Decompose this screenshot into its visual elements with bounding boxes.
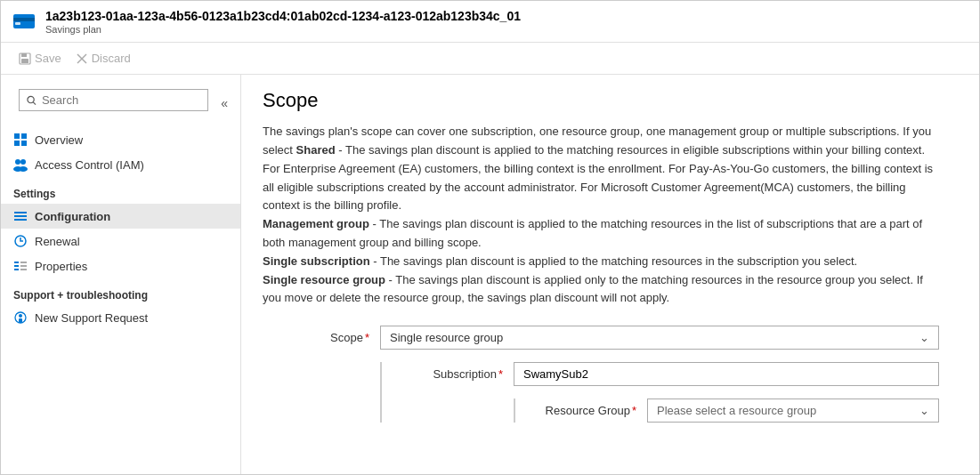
main-content: Scope The savings plan's scope can cover… — [241, 75, 979, 474]
svg-rect-30 — [19, 318, 22, 323]
single-subscription-term: Single subscription — [263, 254, 370, 268]
single-resource-group-term: Single resource group — [263, 273, 385, 286]
scope-form: Scope* Single resource group ⌄ Subscript… — [263, 326, 939, 423]
svg-rect-4 — [21, 53, 27, 57]
subscription-row: Subscription* — [396, 362, 939, 386]
svg-point-17 — [19, 166, 28, 172]
sidebar-item-iam-label: Access Control (IAM) — [35, 158, 144, 172]
svg-rect-23 — [14, 265, 19, 267]
scope-field-label: Scope* — [263, 331, 369, 344]
page-header: 1a23b123-01aa-123a-4b56-0123a1b23cd4:01a… — [1, 1, 979, 43]
header-text-block: 1a23b123-01aa-123a-4b56-0123a1b23cd4:01a… — [45, 8, 521, 35]
scope-description: The savings plan's scope can cover one s… — [263, 123, 939, 308]
shared-term: Shared — [296, 143, 336, 157]
discard-icon — [76, 52, 88, 65]
sidebar-item-renewal[interactable]: Renewal — [1, 229, 240, 254]
sidebar-item-configuration[interactable]: Configuration — [1, 204, 240, 229]
collapse-sidebar-button[interactable]: « — [217, 94, 231, 112]
overview-icon — [13, 133, 28, 147]
search-icon — [27, 95, 36, 106]
toolbar: Save Discard — [1, 43, 979, 75]
svg-point-8 — [28, 96, 34, 102]
sidebar-item-configuration-label: Configuration — [35, 210, 110, 223]
sidebar-item-properties[interactable]: Properties — [1, 254, 240, 278]
settings-section-label: Settings — [1, 177, 240, 204]
svg-rect-26 — [20, 265, 27, 267]
sidebar-item-access-control[interactable]: Access Control (IAM) — [1, 152, 240, 177]
resource-group-placeholder: Please select a resource group — [657, 404, 816, 417]
sidebar: « Overview Acces — [1, 75, 241, 474]
properties-icon — [13, 259, 28, 273]
svg-rect-22 — [14, 262, 19, 263]
scope-row: Scope* Single resource group ⌄ — [263, 326, 939, 350]
svg-rect-13 — [21, 141, 27, 146]
svg-rect-10 — [14, 133, 20, 139]
subscription-input[interactable] — [514, 362, 939, 386]
content-title: Scope — [263, 89, 958, 112]
scope-chevron-icon: ⌄ — [919, 331, 929, 344]
sidebar-item-renewal-label: Renewal — [35, 235, 80, 248]
svg-rect-5 — [21, 59, 28, 63]
renewal-icon — [13, 234, 28, 248]
people-icon — [13, 157, 28, 172]
svg-point-15 — [20, 159, 26, 165]
savings-plan-icon — [12, 9, 36, 34]
svg-rect-1 — [13, 18, 35, 21]
support-icon — [13, 310, 28, 325]
svg-rect-27 — [20, 269, 27, 270]
save-icon — [19, 52, 31, 65]
scope-dropdown[interactable]: Single resource group ⌄ — [380, 326, 939, 350]
svg-rect-24 — [14, 269, 19, 270]
discard-button[interactable]: Discard — [69, 48, 138, 68]
svg-rect-20 — [14, 219, 27, 221]
resource-group-field-label: Resource Group* — [530, 404, 636, 417]
sidebar-item-properties-label: Properties — [35, 260, 87, 273]
sidebar-item-new-support-label: New Support Request — [35, 311, 148, 325]
svg-rect-11 — [21, 133, 27, 139]
resource-group-row: Resource Group* Please select a resource… — [530, 399, 939, 423]
search-input[interactable] — [42, 93, 200, 107]
svg-point-14 — [15, 159, 20, 165]
resource-group-dropdown[interactable]: Please select a resource group ⌄ — [647, 399, 939, 423]
svg-line-9 — [33, 102, 36, 105]
svg-rect-25 — [20, 262, 27, 263]
page-title: 1a23b123-01aa-123a-4b56-0123a1b23cd4:01a… — [45, 8, 521, 24]
svg-rect-18 — [14, 212, 27, 213]
search-box[interactable] — [19, 89, 208, 111]
resource-group-chevron-icon: ⌄ — [919, 404, 929, 417]
indented-form-block: Subscription* Resource Group* Please — [380, 362, 939, 423]
main-layout: « Overview Acces — [1, 75, 979, 474]
subscription-field-label: Subscription* — [396, 367, 503, 381]
svg-point-29 — [19, 314, 22, 318]
sidebar-item-overview-label: Overview — [35, 133, 83, 147]
svg-rect-12 — [14, 141, 20, 146]
support-section-label: Support + troubleshooting — [1, 278, 240, 305]
save-button[interactable]: Save — [12, 48, 69, 68]
sidebar-item-overview[interactable]: Overview — [1, 127, 240, 152]
management-group-term: Management group — [263, 217, 369, 230]
svg-rect-19 — [14, 215, 27, 217]
page-subtitle: Savings plan — [45, 24, 521, 35]
svg-rect-2 — [15, 22, 20, 25]
config-icon — [13, 209, 28, 223]
indented-form-block-2: Resource Group* Please select a resource… — [514, 399, 939, 423]
sidebar-item-new-support[interactable]: New Support Request — [1, 305, 240, 330]
